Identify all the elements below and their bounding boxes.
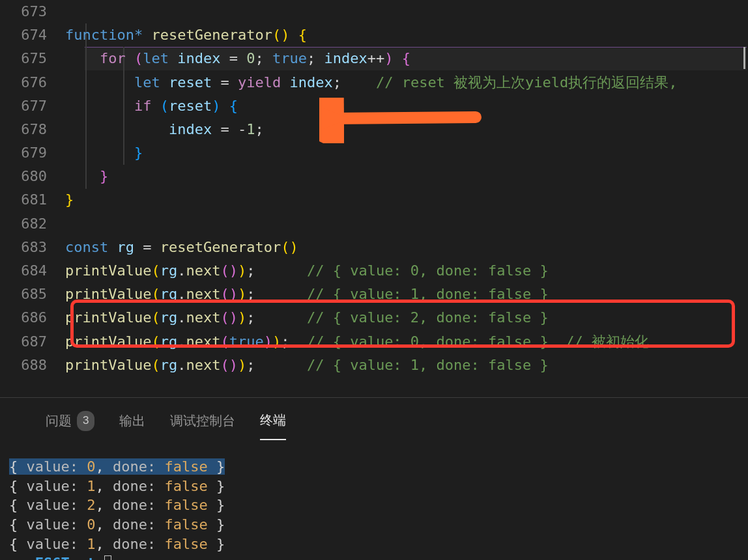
line-number: 683: [0, 236, 65, 259]
tab-label: 调试控制台: [170, 410, 235, 432]
code-line[interactable]: 673: [0, 0, 748, 23]
line-content: }: [65, 188, 74, 212]
code-line[interactable]: 675 for (let index = 0; true; index++) {: [0, 47, 748, 70]
tab-label: 问题: [46, 410, 72, 432]
tab-terminal[interactable]: 终端: [260, 410, 286, 440]
line-number: 675: [0, 47, 65, 70]
line-number: 673: [0, 0, 65, 23]
line-number: 681: [0, 188, 65, 212]
line-number: 677: [0, 94, 65, 118]
line-content: const rg = resetGenerator(): [65, 236, 298, 259]
line-number: 680: [0, 165, 65, 188]
code-line[interactable]: 676 let reset = yield index; // reset 被视…: [0, 71, 748, 94]
line-number: 682: [0, 212, 65, 236]
terminal-output[interactable]: { value: 0, done: false } { value: 1, do…: [0, 440, 748, 560]
tab-label: 输出: [119, 410, 145, 432]
code-line[interactable]: 678 index = -1;: [0, 118, 748, 141]
code-line[interactable]: 688printValue(rg.next()); // { value: 1,…: [0, 354, 748, 377]
line-content: let reset = yield index; // reset 被视为上次y…: [65, 71, 678, 94]
tab-debug-console[interactable]: 调试控制台: [170, 410, 235, 440]
line-number: 676: [0, 71, 65, 94]
line-number: 685: [0, 283, 65, 306]
code-line[interactable]: 679 }: [0, 141, 748, 165]
line-content: printValue(rg.next()); // { value: 1, do…: [65, 354, 549, 377]
code-line[interactable]: 685printValue(rg.next()); // { value: 1,…: [0, 283, 748, 306]
line-content: printValue(rg.next()); // { value: 2, do…: [65, 306, 549, 329]
line-content: function* resetGenerator() {: [65, 23, 307, 47]
code-line[interactable]: 677 if (reset) {: [0, 94, 748, 118]
tab-output[interactable]: 输出: [119, 410, 145, 440]
line-content: printValue(rg.next(true)); // { value: 0…: [65, 330, 649, 354]
line-content: for (let index = 0; true; index++) {: [65, 47, 410, 70]
code-line[interactable]: 681}: [0, 189, 748, 212]
panel-tabs: 问题 3 输出 调试控制台 终端: [0, 400, 748, 440]
line-content: printValue(rg.next()); // { value: 0, do…: [65, 259, 549, 283]
line-number: 684: [0, 259, 65, 283]
code-line[interactable]: 682: [0, 212, 748, 236]
line-content: }: [65, 165, 108, 188]
code-line[interactable]: 684printValue(rg.next()); // { value: 0,…: [0, 259, 748, 283]
line-content: index = -1;: [65, 118, 264, 141]
tab-problems[interactable]: 问题 3: [46, 410, 94, 440]
line-number: 686: [0, 306, 65, 329]
problems-badge: 3: [77, 411, 94, 430]
line-number: 674: [0, 23, 65, 47]
code-line[interactable]: 674function* resetGenerator() {: [0, 23, 748, 47]
code-line[interactable]: 683const rg = resetGenerator(): [0, 236, 748, 259]
code-line[interactable]: 680 }: [0, 165, 748, 188]
line-content: printValue(rg.next()); // { value: 1, do…: [65, 283, 549, 306]
line-content: }: [65, 141, 143, 165]
line-number: 679: [0, 141, 65, 165]
line-number: 678: [0, 118, 65, 141]
line-content: if (reset) {: [65, 94, 238, 118]
tab-label: 终端: [260, 410, 286, 431]
code-editor[interactable]: 673674function* resetGenerator() {675 fo…: [0, 0, 748, 397]
line-number: 688: [0, 354, 65, 377]
line-number: 687: [0, 330, 65, 354]
bottom-panel: 问题 3 输出 调试控制台 终端 { value: 0, done: false…: [0, 397, 748, 560]
code-line[interactable]: 687printValue(rg.next(true)); // { value…: [0, 330, 748, 354]
code-line[interactable]: 686printValue(rg.next()); // { value: 2,…: [0, 306, 748, 329]
